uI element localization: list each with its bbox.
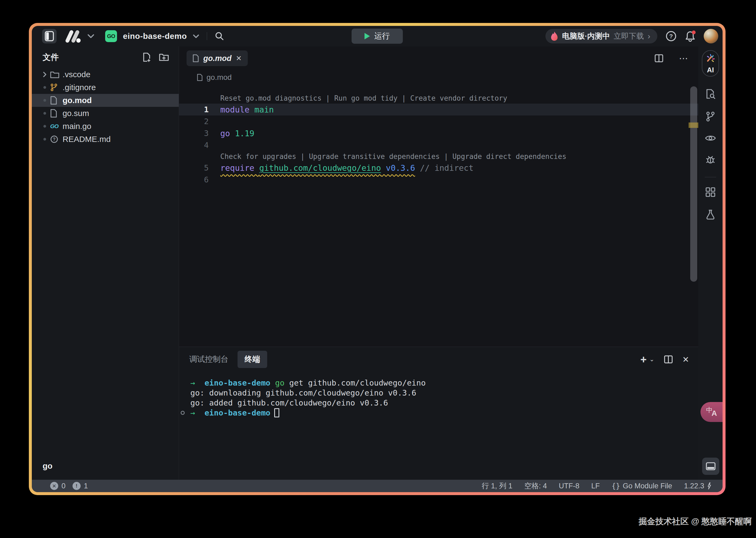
tree-item-readme[interactable]: ? README.md <box>32 133 179 146</box>
warning-overview-mark <box>688 123 698 128</box>
code-line-1[interactable]: 1 module main <box>179 104 698 116</box>
eol-setting[interactable]: LF <box>591 482 600 490</box>
problems-indicator[interactable]: ✕ 0 ! 1 <box>50 482 92 490</box>
run-button[interactable]: 运行 <box>352 28 403 44</box>
tree-item-gitignore[interactable]: .gitignore <box>32 81 179 94</box>
new-terminal-icon[interactable]: + <box>640 354 646 365</box>
terminal-dropdown-icon[interactable]: ⌄ <box>649 356 654 363</box>
braces-icon: {} <box>612 482 620 490</box>
warning-count: 1 <box>84 482 88 490</box>
tree-item-maingo[interactable]: GO main.go <box>32 120 179 133</box>
modified-dot <box>43 112 46 115</box>
app-window: GO eino-base-demo 运行 <box>32 26 723 492</box>
codelens-gomod-actions[interactable]: Reset go.mod diagnostics | Run go mod ti… <box>220 94 507 102</box>
tab-debug-console[interactable]: 调试控制台 <box>189 354 228 365</box>
tab-terminal[interactable]: 终端 <box>238 351 267 368</box>
dependency-link[interactable]: github.com/cloudwego/eino <box>260 163 381 173</box>
split-panel-icon[interactable] <box>664 355 673 363</box>
modified-dot <box>43 125 46 128</box>
watermark: 掘金技术社区 @ 憨憨睡不醒啊 <box>639 516 752 527</box>
split-editor-icon[interactable] <box>655 54 663 62</box>
project-chevron-down-icon[interactable] <box>193 34 199 38</box>
tab-gomod[interactable]: go.mod ✕ <box>187 50 248 66</box>
lightning-icon <box>707 482 712 490</box>
terminal-output-line: go: downloading github.com/cloudwego/ein… <box>179 388 698 398</box>
command-status-icon <box>181 411 185 415</box>
toggle-bottom-panel-button[interactable] <box>702 457 719 475</box>
git-branch-icon <box>50 83 63 91</box>
preview-eye-icon[interactable] <box>705 134 716 142</box>
new-file-icon[interactable] <box>142 52 151 62</box>
statusbar: ✕ 0 ! 1 行 1, 列 1 空格: 4 UTF-8 LF {} Go Mo… <box>32 480 723 492</box>
codelens-upgrade-actions[interactable]: Check for upgrades | Upgrade transitive … <box>220 152 566 161</box>
tree-item-gomod[interactable]: go.mod <box>32 94 179 107</box>
explorer-title: 文件 <box>43 52 59 63</box>
activity-bar-divider <box>705 177 716 177</box>
file-icon <box>50 96 63 105</box>
new-folder-icon[interactable] <box>159 52 169 62</box>
cursor-position[interactable]: 行 1, 列 1 <box>482 481 512 491</box>
breadcrumb[interactable]: go.mod <box>179 70 698 85</box>
readme-icon: ? <box>50 135 63 143</box>
project-name[interactable]: eino-base-demo <box>123 31 187 41</box>
tree-item-gosum[interactable]: go.sum <box>32 107 179 120</box>
go-file-icon: GO <box>50 123 63 130</box>
panel-bottom-icon <box>706 462 716 470</box>
terminal[interactable]: → eino-base-demo go get github.com/cloud… <box>179 372 698 418</box>
desktop-beta-banner[interactable]: 电脑版·内测中 立即下载 › <box>545 29 657 43</box>
editor-area: go.mod ✕ ⋯ go.mod <box>179 46 698 480</box>
file-search-icon[interactable] <box>705 88 716 99</box>
titlebar: GO eino-base-demo 运行 <box>32 26 723 46</box>
folder-icon <box>50 71 63 78</box>
more-actions-icon[interactable]: ⋯ <box>679 53 689 64</box>
file-icon <box>193 54 199 62</box>
project-type-badge: GO <box>105 30 117 42</box>
close-panel-icon[interactable]: ✕ <box>683 355 689 364</box>
indentation-setting[interactable]: 空格: 4 <box>524 481 547 491</box>
warning-icon: ! <box>72 482 81 490</box>
lab-flask-icon[interactable] <box>706 209 715 220</box>
logo-chevron-down-icon[interactable] <box>87 34 94 38</box>
code-line-5[interactable]: 5 require github.com/cloudwego/eino v0.3… <box>179 162 698 174</box>
modified-dot <box>43 99 46 102</box>
toggle-sidebar-button[interactable] <box>42 29 57 43</box>
source-control-icon[interactable] <box>706 111 715 122</box>
window-frame: GO eino-base-demo 运行 <box>29 23 726 495</box>
tree-item-vscode[interactable]: .vscode <box>32 68 179 81</box>
user-avatar[interactable] <box>704 29 718 43</box>
play-icon <box>364 33 370 39</box>
extensions-icon[interactable] <box>705 187 716 197</box>
code-line-3[interactable]: 3 go 1.19 <box>179 127 698 139</box>
go-version[interactable]: 1.22.3 <box>684 482 712 490</box>
modified-dot <box>43 86 46 89</box>
language-mode[interactable]: {} Go Module File <box>612 482 672 490</box>
app-logo-icon[interactable] <box>64 29 81 43</box>
debug-bug-icon[interactable] <box>705 154 716 165</box>
help-icon[interactable]: ? <box>665 30 677 42</box>
code-editor[interactable]: Reset go.mod diagnostics | Run go mod ti… <box>179 85 698 347</box>
code-line-2[interactable]: 2 <box>179 116 698 127</box>
file-explorer-sidebar: 文件 <box>32 46 179 480</box>
search-icon[interactable] <box>214 31 224 41</box>
file-icon <box>197 74 203 81</box>
svg-text:?: ? <box>53 137 56 142</box>
notifications-bell-icon[interactable] <box>685 30 696 42</box>
file-icon <box>50 109 63 118</box>
terminal-current-prompt: → eino-base-demo <box>179 408 698 418</box>
encoding-setting[interactable]: UTF-8 <box>559 482 580 490</box>
close-tab-icon[interactable]: ✕ <box>236 54 242 63</box>
code-line-6[interactable]: 6 <box>179 174 698 186</box>
terminal-output-line: go: added github.com/cloudwego/eino v0.3… <box>179 398 698 408</box>
ai-assistant-button[interactable]: AI <box>702 50 719 77</box>
chevron-right-icon <box>39 71 50 78</box>
terminal-prompt-line: → eino-base-demo go get github.com/cloud… <box>179 378 698 388</box>
flame-icon <box>550 31 558 41</box>
error-count: 0 <box>62 482 66 490</box>
code-line-4[interactable]: 4 <box>179 139 698 151</box>
titlebar-divider <box>207 32 207 40</box>
editor-scrollbar[interactable] <box>690 86 697 282</box>
translate-button[interactable]: 中 A <box>700 402 723 422</box>
svg-text:?: ? <box>669 33 673 40</box>
error-icon: ✕ <box>50 482 58 490</box>
file-tree: .vscode .gitignore go. <box>32 68 179 146</box>
